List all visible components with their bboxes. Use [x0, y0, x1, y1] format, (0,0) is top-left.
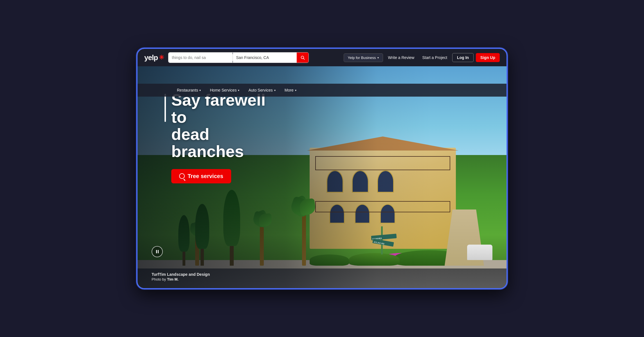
write-review-link[interactable]: Write a Review [385, 53, 417, 62]
hero-content: Say farewell to dead branches Tree servi… [171, 92, 278, 183]
secondary-nav: Restaurants ▾ Home Services ▾ Auto Servi… [138, 84, 506, 97]
logo-text: yelp [144, 53, 158, 62]
nav-home-services-label: Home Services [210, 88, 237, 92]
hero-headline-container: Say farewell to dead branches [171, 92, 278, 160]
hero-accent-line [165, 94, 166, 122]
nav-auto-services-label: Auto Services [248, 88, 273, 92]
hero-headline-line2: dead branches [171, 125, 244, 160]
nav-more[interactable]: More ▾ [285, 88, 296, 92]
nav-restaurants-label: Restaurants [177, 88, 198, 92]
navbar: yelp✳ Yelp for Business ▾ Write a Review [138, 49, 506, 66]
nav-links: Yelp for Business ▾ Write a Review Start… [344, 53, 500, 62]
browser-chrome: yelp✳ Yelp for Business ▾ Write a Review [138, 49, 506, 288]
hero-cta-button[interactable]: Tree services [171, 169, 231, 183]
hero-search-icon [179, 173, 185, 179]
yelp-for-business-label: Yelp for Business [348, 56, 376, 60]
photo-credit-author: Tim M. [167, 277, 179, 281]
signup-button[interactable]: Sign Up [476, 53, 500, 62]
chevron-auto-services-icon: ▾ [274, 89, 276, 92]
photo-credit-prefix: Photo by [152, 277, 167, 281]
nav-home-services[interactable]: Home Services ▾ [210, 88, 239, 92]
yelp-logo[interactable]: yelp✳ [144, 53, 164, 62]
nav-restaurants[interactable]: Restaurants ▾ [177, 88, 201, 92]
chevron-down-icon: ▾ [377, 56, 379, 59]
nav-more-label: More [285, 88, 294, 92]
pause-button[interactable] [152, 246, 163, 257]
pause-bar-left [156, 250, 157, 253]
yelp-for-business-button[interactable]: Yelp for Business ▾ [344, 53, 383, 62]
pause-bar-right [158, 250, 159, 253]
login-button[interactable]: Log In [452, 53, 474, 62]
hero-section: BAHAMA ATLAS RD [138, 66, 506, 288]
chevron-restaurants-icon: ▾ [199, 89, 201, 92]
chevron-more-icon: ▾ [295, 89, 296, 92]
device-frame: yelp✳ Yelp for Business ▾ Write a Review [136, 48, 508, 289]
search-where-input[interactable] [233, 53, 297, 63]
search-what-input[interactable] [168, 53, 233, 63]
svg-line-1 [303, 58, 305, 60]
hero-cta-label: Tree services [188, 173, 223, 179]
pause-icon [156, 250, 159, 253]
logo-burst: ✳ [159, 54, 164, 61]
nav-auto-services[interactable]: Auto Services ▾ [248, 88, 275, 92]
hero-headline: Say farewell to dead branches [171, 92, 278, 160]
search-icon [300, 55, 305, 60]
photo-credit-business: TurfTim Landscape and Design [152, 272, 210, 277]
photo-credit: TurfTim Landscape and Design Photo by Ti… [152, 272, 210, 281]
start-project-link[interactable]: Start a Project [419, 53, 450, 62]
search-bar [168, 52, 309, 63]
search-submit-button[interactable] [297, 53, 309, 63]
chevron-home-services-icon: ▾ [238, 89, 239, 92]
